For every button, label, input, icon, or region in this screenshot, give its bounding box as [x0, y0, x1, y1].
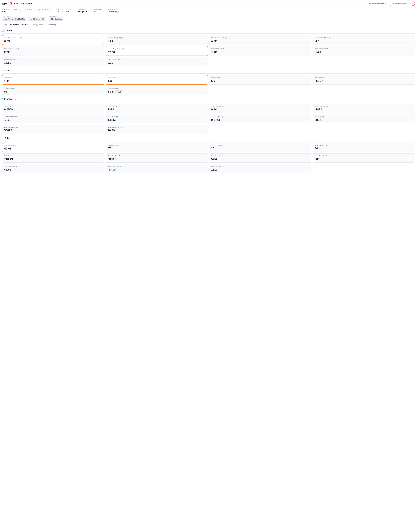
info-icon[interactable]: i: [225, 37, 227, 39]
info-icon[interactable]: i: [122, 48, 124, 50]
card-value: 45.66: [4, 168, 102, 171]
card-value: -11.27: [315, 79, 413, 83]
section-other: ✦Other% of Time in Market45.68Strategy W…: [2, 137, 415, 173]
card-label: Best Trade P&L ($): [108, 105, 206, 107]
metrics-bar-label: Spread / Stock: [108, 9, 119, 10]
metric-card: Annual Margin Returni62.08: [106, 46, 208, 56]
metrics-grid-risk: Sharpe Ratio1.11Sortino Ratio1.3Annual V…: [2, 75, 415, 95]
metric-card: Annual Return (Overall)i6.53: [2, 35, 104, 45]
card-label: Total Strategy Trades: [315, 144, 413, 146]
card-label: Best Annual Return: [4, 59, 102, 60]
save-favorites-button[interactable]: Save to my favorites: [390, 2, 409, 6]
close-button[interactable]: ✕: [411, 1, 415, 6]
risk-section-icon: ⚠: [2, 69, 4, 72]
metrics-bar-value: 1.11: [24, 10, 32, 13]
exit-triggers-row: -50% Stop Loss: [49, 18, 63, 21]
card-value: -7.51: [4, 118, 102, 122]
metric-card: Best Trade P&L ($)2319: [106, 104, 208, 113]
metric-card: Worst Annual Return0.29: [106, 57, 208, 66]
card-label: Most Margin Used: [211, 155, 310, 157]
entry-triggers-label: Entry Triggers: [2, 15, 45, 17]
metric-card: P&L % / Trade Avg.0.2744: [209, 114, 312, 123]
info-icon[interactable]: i: [329, 37, 331, 39]
card-value: 57: [108, 147, 206, 150]
section-return: 📈ReturnAnnual Return (Overall)i6.53Annua…: [2, 30, 415, 66]
section-divider: [2, 141, 415, 141]
metric-card: Worst Monthly Return-4.65: [313, 46, 415, 56]
card-value: 6.53: [4, 40, 102, 43]
strategy-icon: 🎯: [9, 2, 12, 5]
tab-monthly-returns[interactable]: Monthly Returns: [31, 22, 45, 27]
metric-card: Drawdown Days62: [2, 86, 104, 95]
card-value: -1.1: [315, 40, 413, 43]
metrics-bar-value: 0.55 | 0.10: [78, 10, 87, 13]
exit-trigger-tag: -50% Stop Loss: [49, 18, 63, 21]
metrics-grid-return: Annual Return (Overall)i6.53Annual Retur…: [2, 35, 415, 66]
info-icon[interactable]: i: [121, 37, 123, 39]
card-label: Worst Annual Return: [108, 59, 206, 60]
section-title-return: 📈Return: [2, 30, 415, 32]
metric-card: P&L / Trade Avg.145.56: [106, 114, 208, 123]
metric-card: Cr/Dr Per Trade Avg.710.49: [2, 153, 104, 162]
card-value: -1881: [315, 108, 413, 111]
section-divider: [2, 33, 415, 34]
card-value: 11.24: [211, 168, 310, 171]
card-label: Sharpe Ratio: [4, 77, 102, 79]
card-value: 2319: [108, 108, 206, 111]
content: 📈ReturnAnnual Return (Overall)i6.53Annua…: [0, 27, 417, 178]
card-label: Max Drawdown %: [315, 77, 413, 78]
card-label: Annual Return (1 Yr)i: [108, 37, 206, 39]
metric-card: Strategy Win Rate57: [106, 143, 208, 152]
card-label: P&L / Trade Avg.: [108, 116, 206, 118]
metric-card: Best Monthly Return4.59: [209, 46, 312, 56]
card-value: 1.11: [4, 79, 102, 83]
metric-card: Reward:Risk Avg.1 : 3.3 (0.3): [106, 86, 208, 95]
info-icon[interactable]: i: [18, 48, 19, 50]
metric-card: Total Strategy P&L ($)55895: [2, 125, 104, 134]
card-label: Drawdown Days: [4, 88, 102, 89]
metrics-bar-item: Max Drawdown %-11.27: [39, 9, 50, 13]
metrics-bar-label: DTE Diff: [66, 9, 71, 10]
entry-triggers-row: Stock Price is Below 50d SMA14d RSI is O…: [2, 18, 45, 21]
info-icon[interactable]: i: [20, 37, 22, 39]
card-label: Cr/Dr Per Trade Avg.: [4, 155, 102, 157]
separator: [35, 9, 35, 13]
metric-card: Best Trade P&L (%)9.94: [209, 104, 312, 113]
exit-triggers-label: Exit Triggers: [49, 15, 63, 17]
metrics-grid-pnl: P&L % / Day Avg.0.0559Best Trade P&L ($)…: [2, 104, 415, 134]
card-value: 9.94: [211, 108, 310, 111]
card-value: 1 : 3.3 (0.3): [108, 90, 206, 93]
strategy-title: Short Put Spread: [14, 2, 33, 5]
card-value: 45.68: [4, 147, 102, 150]
metric-card: % of Time in Market45.68: [2, 143, 104, 152]
metrics-grid-other: % of Time in Market45.68Strategy Win Rat…: [2, 143, 415, 173]
card-label: Best Trade % Margin: [4, 166, 102, 167]
find-similar-button[interactable]: Find similar backtests ▼: [366, 2, 389, 6]
return-section-icon: 📈: [2, 30, 5, 32]
metrics-bar-value: -0.061LOW: [108, 10, 119, 13]
metric-card: Total Strategy Trades384: [313, 143, 415, 152]
header-actions: Find similar backtests ▼ Save to my favo…: [366, 1, 415, 6]
metric-card: Best Annual Return13.52: [2, 57, 104, 66]
metric-card: Least Margin Used803: [313, 153, 415, 162]
metric-card: Annual Return (Bear)i-1.1: [313, 35, 415, 45]
card-value: 710.49: [4, 158, 102, 161]
card-value: 55895: [4, 129, 102, 132]
separator: [74, 9, 74, 13]
metrics-bar-label: Max Drawdown %: [39, 9, 50, 10]
metrics-bar-item: Spread / Stock-0.061LOW: [108, 9, 119, 13]
card-label: Best Trade P&L (%): [211, 105, 310, 107]
metric-card: Max Drawdown %-11.27: [313, 75, 415, 85]
card-value: 62: [4, 90, 102, 93]
tab-trade-log[interactable]: Trade Log: [48, 22, 56, 27]
card-label: Sortino Ratio: [108, 77, 206, 79]
card-label: Least Margin Used: [315, 155, 413, 157]
card-label: Worst Trade % Margin: [108, 166, 206, 167]
tab-performance-metrics[interactable]: Performance Metrics: [10, 22, 29, 27]
metric-card: Annual Return (Bull)i2.22: [2, 46, 104, 56]
metrics-bar-item: Sharpe Ratio1.11: [24, 9, 32, 13]
card-label: P&L / Day Avg.: [315, 116, 413, 118]
card-label: Total Strategy P&L (%): [108, 126, 206, 128]
tab-graph[interactable]: Graph: [2, 22, 7, 27]
section-title-text: Other: [5, 137, 10, 140]
